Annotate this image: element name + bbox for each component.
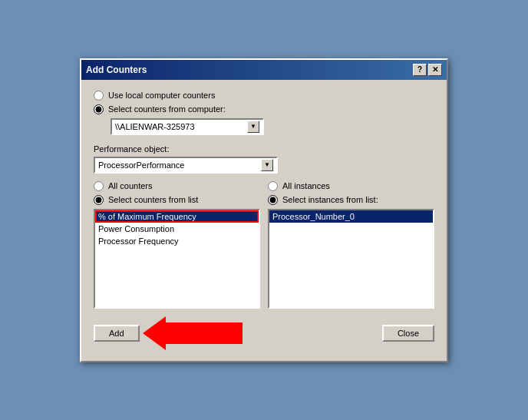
counter-item-1[interactable]: Power Consumption bbox=[95, 223, 259, 235]
all-counters-radio[interactable] bbox=[94, 181, 104, 191]
help-button[interactable]: ? bbox=[413, 64, 427, 76]
close-title-button[interactable]: ✕ bbox=[428, 64, 442, 76]
close-area: Close bbox=[382, 325, 434, 342]
select-instances-row: Select instances from list: bbox=[268, 195, 434, 205]
select-computer-label: Select counters from computer: bbox=[108, 104, 226, 114]
all-instances-label: All instances bbox=[282, 181, 330, 190]
select-counters-label: Select counters from list bbox=[108, 195, 198, 204]
use-local-radio[interactable] bbox=[94, 91, 104, 101]
counter-item-2[interactable]: Processor Frequency bbox=[95, 235, 259, 247]
title-bar: Add Counters ? ✕ bbox=[81, 60, 447, 80]
all-instances-row: All instances bbox=[268, 181, 434, 191]
bottom-row: Add Close bbox=[94, 316, 434, 350]
dialog-title: Add Counters bbox=[86, 64, 147, 75]
arrow-head-icon bbox=[143, 316, 166, 350]
arrow-annotation bbox=[143, 316, 243, 350]
performance-object-section: Performance object: ProcessorPerformance… bbox=[94, 144, 434, 174]
select-instances-label: Select instances from list: bbox=[282, 195, 378, 204]
title-bar-controls: ? ✕ bbox=[413, 64, 442, 76]
computer-dropdown-arrow[interactable]: ▼ bbox=[247, 121, 259, 133]
all-instances-radio[interactable] bbox=[268, 181, 278, 191]
close-button[interactable]: Close bbox=[382, 325, 434, 342]
add-area: Add bbox=[94, 316, 243, 350]
instance-item-0[interactable]: Processor_Number_0 bbox=[269, 210, 433, 223]
performance-object-arrow[interactable]: ▼ bbox=[261, 159, 273, 171]
computer-dropdown-value: \\ALIENWAR-325973 bbox=[115, 122, 195, 131]
counters-section-left: All counters Select counters from list %… bbox=[94, 181, 260, 309]
performance-object-dropdown[interactable]: ProcessorPerformance ▼ bbox=[94, 157, 278, 174]
select-counters-row: Select counters from list bbox=[94, 195, 260, 205]
performance-object-label: Performance object: bbox=[94, 144, 434, 154]
add-button[interactable]: Add bbox=[94, 325, 140, 342]
instances-list[interactable]: Processor_Number_0 bbox=[268, 209, 434, 309]
use-local-label: Use local computer counters bbox=[108, 91, 215, 100]
add-counters-dialog: Add Counters ? ✕ Use local computer coun… bbox=[80, 58, 448, 362]
arrow-tail bbox=[166, 322, 243, 344]
select-instances-radio[interactable] bbox=[268, 195, 278, 205]
select-counters-radio[interactable] bbox=[94, 195, 104, 205]
computer-dropdown[interactable]: \\ALIENWAR-325973 ▼ bbox=[111, 118, 264, 135]
counters-instances-section: All counters Select counters from list %… bbox=[94, 181, 434, 309]
all-counters-label: All counters bbox=[108, 181, 152, 190]
performance-object-value: ProcessorPerformance bbox=[98, 160, 185, 170]
instances-section-right: All instances Select instances from list… bbox=[268, 181, 434, 309]
select-computer-radio[interactable] bbox=[94, 104, 104, 114]
counter-item-0[interactable]: % of Maximum Frequency bbox=[95, 210, 259, 223]
computer-selection-group: Use local computer counters Select count… bbox=[94, 91, 434, 135]
dialog-body: Use local computer counters Select count… bbox=[81, 80, 447, 361]
select-from-computer-row: Select counters from computer: bbox=[94, 104, 434, 114]
use-local-row: Use local computer counters bbox=[94, 91, 434, 101]
all-counters-row: All counters bbox=[94, 181, 260, 191]
computer-dropdown-row: \\ALIENWAR-325973 ▼ bbox=[111, 118, 434, 135]
counters-list[interactable]: % of Maximum Frequency Power Consumption… bbox=[94, 209, 260, 309]
